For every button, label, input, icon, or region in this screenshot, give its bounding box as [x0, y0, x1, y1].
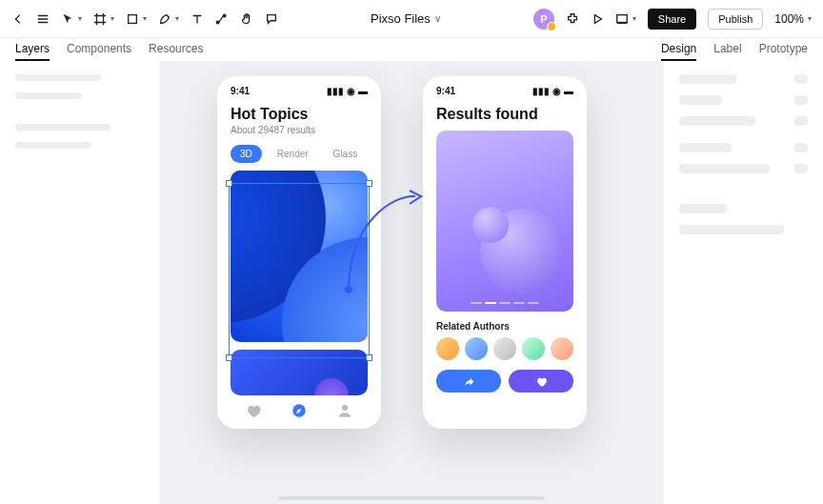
signal-icon: ▮▮▮: [327, 86, 344, 96]
svg-point-5: [342, 405, 348, 411]
title-text: Pixso Files: [371, 11, 431, 26]
svg-rect-3: [617, 14, 628, 22]
nav-heart-icon[interactable]: [243, 400, 264, 421]
screen-title: Results found: [436, 106, 573, 123]
zoom-dropdown-icon[interactable]: ▾: [808, 14, 812, 23]
tab-layers[interactable]: Layers: [15, 42, 50, 61]
filter-chips: 3D Render Glass: [231, 145, 368, 163]
tab-label[interactable]: Label: [713, 42, 741, 61]
resize-handle-nw[interactable]: [226, 180, 232, 187]
skeleton-row: [679, 164, 808, 173]
pen-tool-icon[interactable]: [158, 12, 171, 26]
play-icon[interactable]: [591, 12, 604, 26]
status-icons: ▮▮▮ ◉ ▬: [327, 86, 368, 96]
skeleton-row: [679, 225, 808, 234]
author-avatars: [436, 337, 573, 360]
zoom-level[interactable]: 100%: [774, 12, 804, 26]
left-panel-tabs: Layers Components Resources: [15, 42, 203, 61]
design-canvas[interactable]: 9:41 ▮▮▮ ◉ ▬ Hot Topics About 29487 resu…: [160, 61, 663, 504]
phone-content: Results found Related Authors: [423, 100, 587, 393]
share-button[interactable]: Share: [648, 9, 696, 30]
author-avatar[interactable]: [493, 337, 516, 360]
signal-icon: ▮▮▮: [532, 86, 550, 96]
author-avatar[interactable]: [551, 337, 573, 360]
frame-dropdown-icon[interactable]: ▾: [110, 14, 114, 23]
screen-subtitle: About 29487 results: [231, 125, 368, 135]
hand-tool-icon[interactable]: [240, 12, 253, 26]
skeleton-row: [679, 74, 808, 84]
inspector-panel: [663, 61, 823, 504]
bottom-nav: [217, 400, 381, 421]
svg-point-1: [216, 21, 219, 24]
author-avatar[interactable]: [522, 337, 545, 360]
related-authors-label: Related Authors: [436, 321, 573, 332]
like-pill-button[interactable]: [509, 370, 573, 393]
svg-rect-0: [129, 14, 137, 23]
main-area: 9:41 ▮▮▮ ◉ ▬ Hot Topics About 29487 resu…: [0, 61, 823, 504]
battery-icon: ▬: [564, 86, 573, 96]
vector-tool-icon[interactable]: [215, 12, 229, 26]
wifi-icon: ◉: [552, 86, 561, 96]
shape-dropdown-icon[interactable]: ▾: [143, 14, 147, 23]
status-icons: ▮▮▮ ◉ ▬: [532, 86, 573, 96]
toolbar-right-group: P ▾ Share Publish 100% ▾: [533, 9, 812, 30]
top-toolbar: ▾ ▾ ▾ ▾ Pixso Files ∨ P ▾ Share Publish …: [0, 0, 823, 38]
move-tool-icon[interactable]: [61, 12, 74, 26]
svg-point-2: [223, 14, 226, 17]
frame-tool-icon[interactable]: [93, 12, 107, 26]
skeleton-line: [15, 142, 91, 149]
title-dropdown-icon[interactable]: ∨: [434, 13, 441, 24]
status-time: 9:41: [436, 86, 455, 96]
selection-outline[interactable]: [229, 183, 370, 358]
chip-3d[interactable]: 3D: [231, 145, 262, 163]
skeleton-row: [679, 95, 808, 105]
nav-profile-icon[interactable]: [334, 400, 355, 421]
skeleton-row: [679, 116, 808, 126]
nav-compass-icon[interactable]: [289, 400, 310, 421]
author-avatar[interactable]: [465, 337, 488, 360]
document-title[interactable]: Pixso Files ∨: [371, 11, 441, 26]
export-icon[interactable]: [615, 12, 629, 26]
tab-design[interactable]: Design: [661, 42, 696, 61]
carousel-dots[interactable]: [436, 302, 573, 304]
menu-icon[interactable]: [36, 12, 50, 26]
export-dropdown-icon[interactable]: ▾: [632, 14, 636, 23]
shape-tool-icon[interactable]: [126, 12, 139, 26]
skeleton-line: [15, 124, 110, 131]
layers-panel: [0, 61, 160, 504]
pen-dropdown-icon[interactable]: ▾: [175, 14, 179, 23]
action-buttons: [436, 370, 573, 393]
skeleton-line: [15, 74, 101, 81]
author-avatar[interactable]: [436, 337, 459, 360]
panel-tabs-bar: Layers Components Resources Design Label…: [0, 38, 823, 61]
wifi-icon: ◉: [347, 86, 355, 96]
status-bar: 9:41 ▮▮▮ ◉ ▬: [423, 76, 587, 100]
skeleton-row: [679, 143, 808, 152]
status-time: 9:41: [231, 86, 250, 96]
move-dropdown-icon[interactable]: ▾: [78, 14, 82, 23]
tab-resources[interactable]: Resources: [149, 42, 203, 61]
status-bar: 9:41 ▮▮▮ ◉ ▬: [217, 76, 381, 100]
resize-handle-ne[interactable]: [366, 180, 372, 187]
chip-render[interactable]: Render: [268, 145, 318, 163]
publish-button[interactable]: Publish: [708, 9, 763, 30]
user-avatar[interactable]: P: [533, 9, 554, 30]
plugin-icon[interactable]: [566, 12, 579, 26]
right-panel-tabs: Design Label Prototype: [661, 42, 808, 61]
battery-icon: ▬: [358, 86, 368, 96]
resize-handle-se[interactable]: [366, 354, 372, 361]
share-pill-button[interactable]: [436, 370, 501, 393]
chip-glass[interactable]: Glass: [324, 145, 368, 163]
tab-components[interactable]: Components: [67, 42, 131, 61]
skeleton-line: [15, 92, 82, 99]
comment-tool-icon[interactable]: [265, 12, 278, 26]
avatar-letter: P: [540, 13, 547, 25]
artboard-results[interactable]: 9:41 ▮▮▮ ◉ ▬ Results found Related Autho…: [423, 76, 587, 429]
back-icon[interactable]: [11, 12, 25, 26]
skeleton-row: [679, 204, 808, 213]
tab-prototype[interactable]: Prototype: [759, 42, 808, 61]
text-tool-icon[interactable]: [191, 12, 204, 26]
screen-title: Hot Topics: [231, 106, 368, 123]
hero-image-purple[interactable]: [436, 131, 573, 312]
resize-handle-sw[interactable]: [226, 354, 232, 361]
